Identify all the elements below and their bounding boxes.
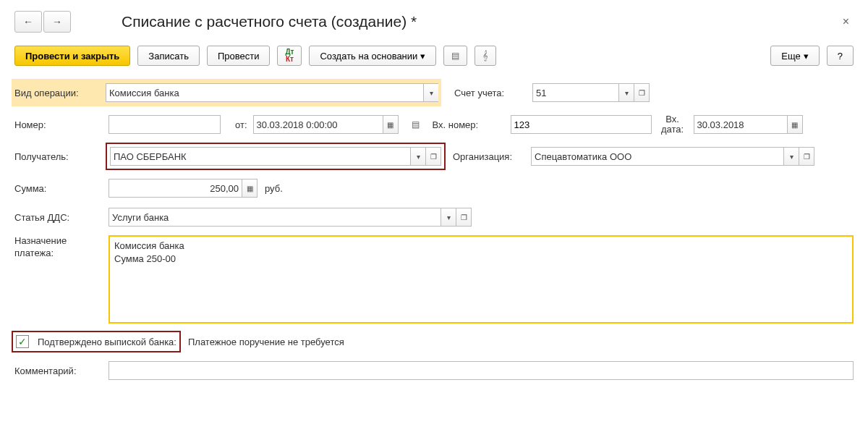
- account-label: Счет учета:: [454, 88, 527, 98]
- report-button[interactable]: ▤: [443, 46, 467, 66]
- comment-input[interactable]: [109, 361, 854, 380]
- in-number-input[interactable]: [511, 115, 652, 134]
- in-date-input[interactable]: 30.03.2018: [694, 115, 787, 134]
- account-input[interactable]: 51: [532, 83, 618, 102]
- open-ext-icon[interactable]: ❐: [425, 147, 441, 166]
- chevron-down-icon: ▾: [420, 51, 425, 62]
- post-and-close-button[interactable]: Провести и закрыть: [14, 46, 130, 66]
- confirmed-checkbox[interactable]: ✓: [16, 335, 29, 348]
- more-button[interactable]: Еще ▾: [770, 46, 819, 66]
- purpose-label: Назначение платежа:: [14, 235, 101, 260]
- dds-label: Статья ДДС:: [14, 212, 101, 223]
- currency-label: руб.: [265, 183, 283, 194]
- dtkt-button[interactable]: ДтКт: [277, 46, 302, 66]
- nav-forward-button[interactable]: →: [43, 11, 71, 33]
- op-type-label: Вид операции:: [14, 88, 106, 98]
- org-label: Организация:: [453, 151, 525, 162]
- date-input[interactable]: 30.03.2018 0:00:00: [253, 115, 383, 134]
- write-button[interactable]: Записать: [137, 46, 200, 66]
- recipient-input[interactable]: ПАО СБЕРБАНК: [110, 147, 410, 166]
- sum-input[interactable]: 250,00: [109, 179, 242, 198]
- nav-back-button[interactable]: ←: [14, 11, 42, 33]
- attach-button[interactable]: 𝄞: [475, 46, 496, 66]
- chevron-down-icon[interactable]: ▾: [410, 147, 425, 166]
- open-ext-icon[interactable]: ❐: [799, 147, 814, 166]
- clip-icon: 𝄞: [482, 50, 488, 62]
- confirmed-label: Подтверждено выпиской банка:: [38, 337, 176, 347]
- recipient-label: Получатель:: [14, 151, 101, 162]
- dds-input[interactable]: Услуги банка: [109, 208, 441, 227]
- in-date-label: Вх. дата:: [658, 114, 688, 135]
- page-link-icon[interactable]: ▤: [412, 119, 420, 130]
- dtkt-icon: ДтКт: [285, 48, 294, 63]
- open-ext-icon[interactable]: ❐: [456, 208, 472, 227]
- org-input[interactable]: Спецавтоматика ООО: [531, 147, 783, 166]
- chevron-down-icon[interactable]: ▾: [783, 147, 799, 166]
- number-input[interactable]: [109, 115, 221, 134]
- chevron-down-icon: ▾: [804, 51, 809, 62]
- po-note-text: Платежное поручение не требуется: [188, 337, 344, 347]
- op-type-input[interactable]: Комиссия банка: [106, 83, 423, 102]
- calendar-icon[interactable]: ▦: [787, 115, 803, 134]
- post-button[interactable]: Провести: [207, 46, 271, 66]
- chevron-down-icon[interactable]: ▾: [441, 208, 456, 227]
- arrow-right-icon: →: [52, 16, 62, 28]
- calculator-icon[interactable]: ▦: [242, 179, 258, 198]
- chevron-down-icon[interactable]: ▾: [423, 83, 438, 102]
- sum-combo[interactable]: 250,00 ▦: [109, 179, 258, 198]
- recipient-combo[interactable]: ПАО СБЕРБАНК ▾ ❐: [110, 147, 441, 166]
- page-title: Списание с расчетного счета (создание) *: [122, 13, 417, 30]
- sum-label: Сумма:: [14, 183, 101, 194]
- from-label: от:: [235, 119, 247, 130]
- purpose-textarea[interactable]: Комиссия банка Сумма 250-00: [109, 235, 854, 324]
- arrow-left-icon: ←: [23, 16, 33, 28]
- create-based-on-button[interactable]: Создать на основании ▾: [309, 46, 436, 66]
- comment-label: Комментарий:: [14, 365, 101, 376]
- account-combo[interactable]: 51 ▾ ❐: [532, 83, 650, 102]
- help-button[interactable]: ?: [827, 46, 854, 66]
- calendar-icon[interactable]: ▦: [383, 115, 399, 134]
- in-date-combo[interactable]: 30.03.2018 ▦: [694, 115, 803, 134]
- op-type-combo[interactable]: Комиссия банка ▾: [106, 83, 438, 102]
- open-ext-icon[interactable]: ❐: [634, 83, 650, 102]
- in-number-label: Вх. номер:: [433, 119, 505, 130]
- document-icon: ▤: [451, 51, 459, 61]
- date-combo[interactable]: 30.03.2018 0:00:00 ▦: [253, 115, 399, 134]
- dds-combo[interactable]: Услуги банка ▾ ❐: [109, 208, 472, 227]
- number-label: Номер:: [14, 119, 101, 130]
- org-combo[interactable]: Спецавтоматика ООО ▾ ❐: [531, 147, 814, 166]
- chevron-down-icon[interactable]: ▾: [618, 83, 634, 102]
- close-button[interactable]: ×: [838, 15, 854, 28]
